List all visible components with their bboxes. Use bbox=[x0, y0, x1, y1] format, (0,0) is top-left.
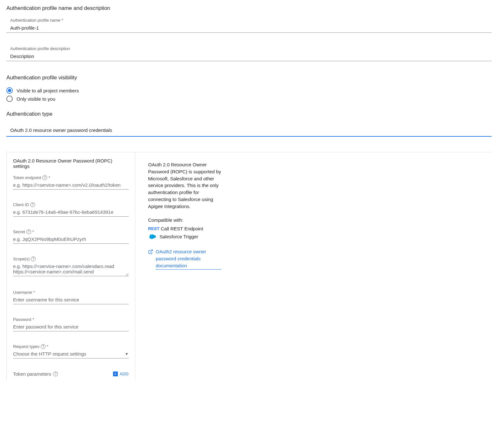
help-icon[interactable]: ? bbox=[30, 202, 35, 207]
required-asterisk: * bbox=[47, 344, 48, 349]
token-endpoint-label: Token endpoint bbox=[13, 175, 41, 180]
salesforce-icon bbox=[148, 234, 156, 239]
section-visibility-heading: Authentication profile visibility bbox=[6, 75, 492, 81]
compat-rest-label: Call REST Endpoint bbox=[161, 226, 203, 231]
request-types-select[interactable]: Choose the HTTP request settings ▼ bbox=[13, 350, 129, 358]
visibility-self-radio[interactable]: Only visible to you bbox=[6, 96, 492, 102]
token-endpoint-input[interactable] bbox=[13, 181, 129, 190]
doc-link[interactable]: OAuth2 resource owner password credentia… bbox=[156, 248, 221, 269]
help-icon[interactable]: ? bbox=[53, 372, 58, 376]
scopes-label: Scope(s) bbox=[13, 257, 30, 261]
request-types-placeholder: Choose the HTTP request settings bbox=[13, 351, 86, 357]
compat-salesforce: Salesforce Trigger bbox=[148, 234, 482, 239]
secret-label: Secret bbox=[13, 229, 25, 234]
svg-line-0 bbox=[150, 250, 153, 252]
profile-name-input[interactable] bbox=[6, 23, 492, 33]
visibility-self-label: Only visible to you bbox=[17, 96, 55, 102]
secret-input[interactable] bbox=[13, 235, 129, 244]
add-token-param-button[interactable]: + ADD bbox=[113, 372, 129, 376]
info-body: is supported by Microsoft, Salesforce an… bbox=[148, 169, 221, 209]
rest-icon: REST bbox=[148, 226, 157, 231]
chevron-down-icon: ▼ bbox=[125, 352, 129, 356]
required-asterisk: * bbox=[32, 229, 34, 234]
required-asterisk: * bbox=[48, 175, 50, 180]
profile-desc-label: Authentication profile description bbox=[6, 46, 492, 51]
plus-icon: + bbox=[113, 372, 118, 376]
username-label: Username * bbox=[13, 290, 35, 295]
compat-sf-label: Salesforce Trigger bbox=[160, 234, 198, 239]
client-id-label: Client ID bbox=[13, 202, 29, 207]
help-icon[interactable]: ? bbox=[31, 257, 36, 261]
info-pane: OAuth 2.0 Resource Owner Password (ROPC)… bbox=[135, 152, 492, 380]
help-icon[interactable]: ? bbox=[41, 344, 46, 349]
password-label: Password * bbox=[13, 317, 34, 322]
radio-unchecked-icon bbox=[6, 96, 13, 102]
profile-name-label: Authentication profile name * bbox=[6, 18, 492, 23]
username-input[interactable] bbox=[13, 295, 129, 304]
ropc-settings-pane: OAuth 2.0 Resource Owner Password (ROPC)… bbox=[6, 152, 135, 380]
help-icon[interactable]: ? bbox=[42, 175, 47, 180]
compat-heading: Compatible with: bbox=[148, 217, 482, 223]
profile-desc-input[interactable] bbox=[6, 52, 492, 61]
visibility-all-label: Visible to all project members bbox=[17, 88, 79, 93]
info-text: OAuth 2.0 Resource Owner Password (ROPC)… bbox=[148, 161, 221, 210]
section-name-desc-heading: Authentication profile name and descript… bbox=[6, 5, 492, 11]
auth-type-select[interactable]: OAuth 2.0 resource owner password creden… bbox=[6, 124, 492, 137]
add-button-label: ADD bbox=[120, 372, 129, 376]
doc-link-row: OAuth2 resource owner password credentia… bbox=[148, 248, 221, 269]
token-params-label: Token parameters bbox=[13, 371, 51, 377]
client-id-input[interactable] bbox=[13, 208, 129, 217]
password-input[interactable] bbox=[13, 322, 129, 331]
scopes-input[interactable] bbox=[13, 262, 129, 276]
compat-rest: REST Call REST Endpoint bbox=[148, 226, 482, 231]
radio-checked-icon bbox=[6, 87, 13, 94]
external-link-icon bbox=[148, 249, 153, 255]
visibility-all-radio[interactable]: Visible to all project members bbox=[6, 87, 492, 94]
ropc-settings-heading: OAuth 2.0 Resource Owner Password (ROPC)… bbox=[13, 158, 129, 169]
help-icon[interactable]: ? bbox=[26, 229, 31, 234]
request-types-label: Request types bbox=[13, 344, 39, 349]
section-auth-type-heading: Authentication type bbox=[6, 111, 492, 117]
